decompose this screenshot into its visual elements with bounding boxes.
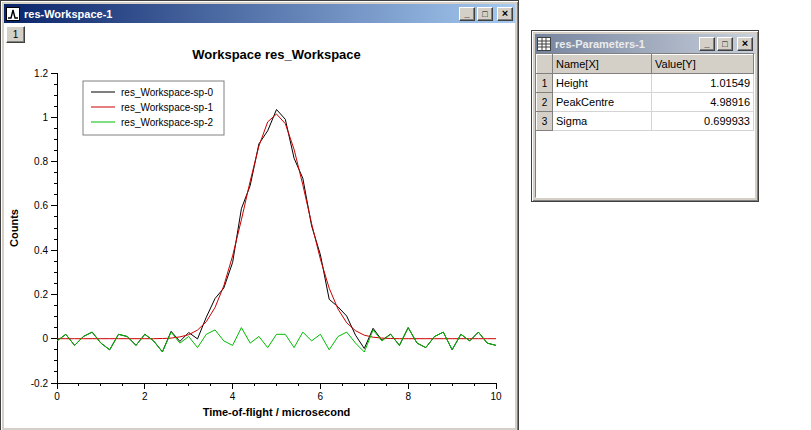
parameters-window-title: res-Parameters-1: [555, 38, 697, 50]
parameters-window: res-Parameters-1 _ □ × Name[X] Value[Y] …: [531, 30, 759, 202]
svg-text:0.2: 0.2: [34, 289, 48, 300]
table-row: 1 Height 1.01549: [537, 74, 754, 93]
table-icon: [537, 37, 551, 51]
minimize-button[interactable]: _: [459, 7, 475, 21]
series-data: [57, 110, 496, 352]
plot-window-icon: [6, 7, 20, 21]
row-header[interactable]: 1: [537, 74, 553, 93]
svg-text:-0.2: -0.2: [31, 378, 49, 389]
close-button[interactable]: ×: [497, 7, 513, 21]
svg-text:res_Workspace-sp-0: res_Workspace-sp-0: [121, 87, 214, 98]
column-header-name[interactable]: Name[X]: [553, 55, 652, 74]
chart-canvas: Workspace res_WorkspaceCountsTime-of-fli…: [4, 43, 513, 427]
mdi-tab-1[interactable]: 1: [6, 26, 25, 43]
parameters-window-controls: _ □ ×: [699, 37, 753, 51]
row-header[interactable]: 2: [537, 93, 553, 112]
svg-text:res_Workspace-sp-2: res_Workspace-sp-2: [121, 117, 214, 128]
param-name-cell[interactable]: PeakCentre: [553, 93, 652, 112]
svg-text:6: 6: [318, 391, 324, 402]
table-header-row: Name[X] Value[Y]: [537, 55, 754, 74]
series-difference: [57, 328, 496, 352]
svg-text:0.4: 0.4: [34, 245, 48, 256]
column-header-value[interactable]: Value[Y]: [652, 55, 754, 74]
parameters-table: Name[X] Value[Y] 1 Height 1.01549 2 Peak…: [536, 54, 754, 131]
legend: res_Workspace-sp-0res_Workspace-sp-1res_…: [83, 81, 224, 135]
maximize-button[interactable]: □: [717, 37, 733, 51]
plot-area: 1 Workspace res_WorkspaceCountsTime-of-f…: [4, 23, 515, 428]
svg-text:2: 2: [142, 391, 148, 402]
table-row: 3 Sigma 0.699933: [537, 112, 754, 131]
svg-text:1: 1: [42, 112, 48, 123]
workspace-titlebar[interactable]: res-Workspace-1 _ □ ×: [4, 4, 515, 23]
svg-text:8: 8: [405, 391, 411, 402]
svg-text:0: 0: [42, 333, 48, 344]
svg-text:res_Workspace-sp-1: res_Workspace-sp-1: [121, 102, 214, 113]
parameters-titlebar[interactable]: res-Parameters-1 _ □ ×: [535, 34, 755, 53]
param-value-cell[interactable]: 0.699933: [652, 112, 754, 131]
maximize-button[interactable]: □: [477, 7, 493, 21]
x-axis-label: Time-of-flight / microsecond: [203, 406, 351, 418]
param-name-cell[interactable]: Sigma: [553, 112, 652, 131]
minimize-button[interactable]: _: [699, 37, 715, 51]
workspace-window-title: res-Workspace-1: [24, 8, 457, 20]
svg-text:0.6: 0.6: [34, 200, 48, 211]
y-axis-label: Counts: [8, 209, 20, 247]
workspace-window: res-Workspace-1 _ □ × 1 Workspace res_Wo…: [0, 0, 519, 430]
param-name-cell[interactable]: Height: [553, 74, 652, 93]
series-fit: [57, 114, 496, 339]
close-button[interactable]: ×: [737, 37, 753, 51]
svg-text:4: 4: [230, 391, 236, 402]
corner-header-cell[interactable]: [537, 55, 553, 74]
svg-text:1.2: 1.2: [34, 68, 48, 79]
table-row: 2 PeakCentre 4.98916: [537, 93, 754, 112]
param-value-cell[interactable]: 1.01549: [652, 74, 754, 93]
param-value-cell[interactable]: 4.98916: [652, 93, 754, 112]
svg-text:0: 0: [54, 391, 60, 402]
workspace-window-controls: _ □ ×: [459, 7, 513, 21]
svg-text:0.8: 0.8: [34, 156, 48, 167]
chart-title: Workspace res_Workspace: [192, 47, 361, 62]
parameters-table-area: Name[X] Value[Y] 1 Height 1.01549 2 Peak…: [535, 53, 755, 198]
row-header[interactable]: 3: [537, 112, 553, 131]
svg-text:10: 10: [490, 391, 502, 402]
